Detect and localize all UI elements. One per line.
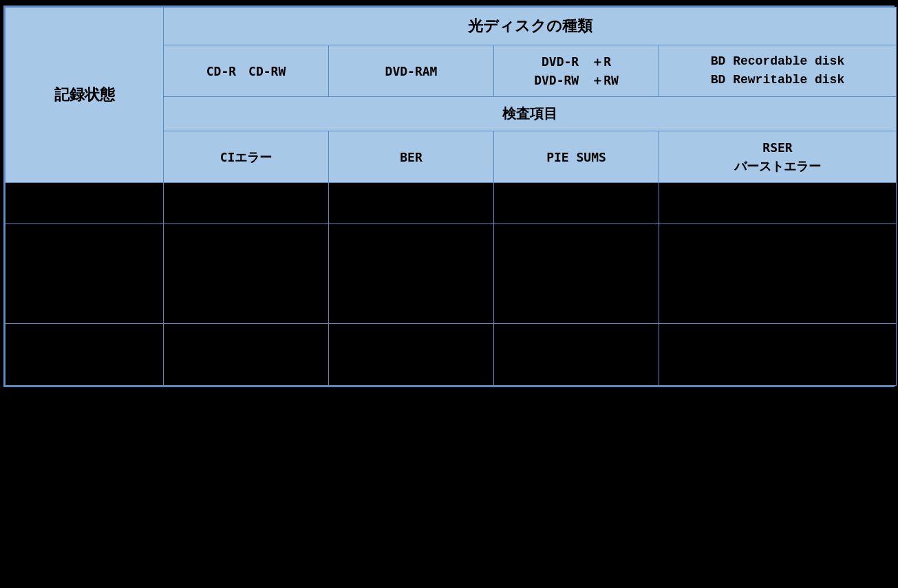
disc-type-title: 光ディスクの種類 <box>164 8 897 45</box>
col-header-bd: BD Recordable disk BD Rewritable disk <box>659 45 897 97</box>
col-header-pie-sums: PIE SUMS <box>494 131 659 183</box>
data-row-3 <box>6 324 897 386</box>
col-header-ber: BER <box>329 131 494 183</box>
data-row-1 <box>6 183 897 224</box>
data-cell-3-1 <box>164 324 329 386</box>
data-cell-2-1 <box>164 224 329 324</box>
data-cell-3-2 <box>329 324 494 386</box>
data-cell-1-3 <box>494 183 659 224</box>
col-header-rser: RSER バーストエラー <box>659 131 897 183</box>
col-header-ci-error: CIエラー <box>164 131 329 183</box>
inspection-label: 検査項目 <box>164 97 897 131</box>
data-cell-1-4 <box>659 183 897 224</box>
data-cell-3-3 <box>494 324 659 386</box>
data-cell-2-2 <box>329 224 494 324</box>
data-cell-2-0 <box>6 224 164 324</box>
data-cell-2-4 <box>659 224 897 324</box>
data-row-2 <box>6 224 897 324</box>
main-table-container: 記録状態 光ディスクの種類 CD-R CD-RW DVD-RAM DVD-R ＋… <box>3 6 895 387</box>
data-cell-2-3 <box>494 224 659 324</box>
data-cell-3-0 <box>6 324 164 386</box>
data-cell-1-0 <box>6 183 164 224</box>
col-header-dvdram: DVD-RAM <box>329 45 494 97</box>
col-header-cdr: CD-R CD-RW <box>164 45 329 97</box>
data-cell-3-4 <box>659 324 897 386</box>
col-header-dvdr: DVD-R ＋R DVD-RW ＋RW <box>494 45 659 97</box>
data-cell-1-2 <box>329 183 494 224</box>
data-cell-1-1 <box>164 183 329 224</box>
row-label-kiroku: 記録状態 <box>6 8 164 183</box>
